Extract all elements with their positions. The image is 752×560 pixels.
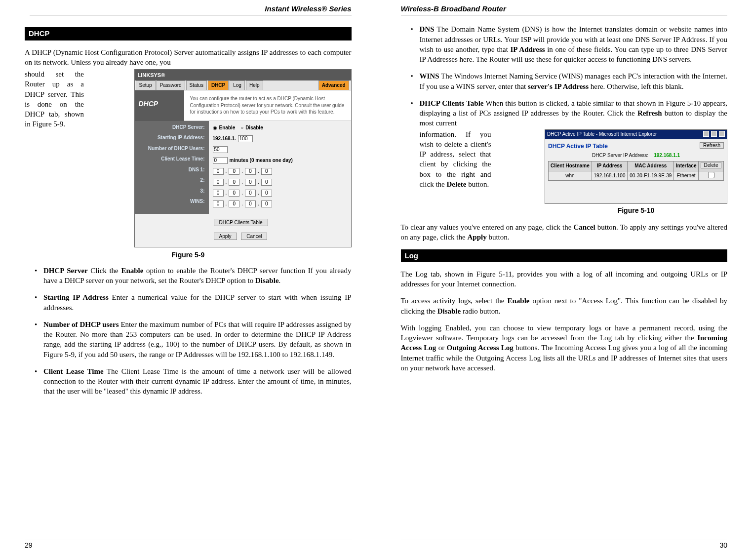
window-controls xyxy=(703,131,725,139)
dns2-d[interactable] xyxy=(261,179,272,186)
label-server: DHCP Server: xyxy=(139,124,205,131)
tab-help[interactable]: Help xyxy=(246,80,263,90)
router-tabs: Setup Password Status DHCP Log Help Adva… xyxy=(135,80,351,90)
dns2-c[interactable] xyxy=(245,179,256,186)
label-start: Starting IP Address: xyxy=(139,134,205,141)
bullet-dhcp-clients: DHCP Clients Table When this button is c… xyxy=(411,98,728,215)
router-desc: You can configure the router to act as a… xyxy=(184,90,351,121)
refresh-button[interactable]: Refresh xyxy=(700,142,724,149)
section-bar-log: Log xyxy=(401,249,728,262)
apply-button[interactable]: Apply xyxy=(214,233,237,240)
row-dns1: . . . xyxy=(213,167,347,175)
dhcp-clients-wrap: information. If you wish to delete a cli… xyxy=(420,129,491,190)
label-lease: Client Lease Time: xyxy=(139,156,205,162)
dns2-a[interactable] xyxy=(213,179,224,186)
row-select-checkbox[interactable] xyxy=(708,172,714,178)
radio-disable-label: Disable xyxy=(245,124,263,131)
tab-setup[interactable]: Setup xyxy=(136,80,156,90)
label-dns2: 2: xyxy=(139,177,205,184)
router-form: DHCP Server: Starting IP Address: Number… xyxy=(135,121,351,214)
radio-disable-icon[interactable]: ○ xyxy=(240,124,243,131)
wins-b[interactable] xyxy=(229,200,239,207)
bullet-dhcp-server: DHCP Server Click the Enable option to e… xyxy=(35,266,352,286)
col-ip: IP Address xyxy=(592,161,627,171)
row-dns2: . . . xyxy=(213,178,347,186)
bullet-lease-time: Client Lease Time The Client Lease Time … xyxy=(35,366,352,397)
label-wins: WINS: xyxy=(139,198,205,205)
dns3-b[interactable] xyxy=(229,190,239,197)
minimize-icon[interactable] xyxy=(703,131,709,137)
log-p1: The Log tab, shown in Figure 5-11, provi… xyxy=(401,269,728,289)
fig510-titlebar: DHCP Active IP Table - Microsoft Interne… xyxy=(545,130,727,140)
close-icon[interactable] xyxy=(719,131,725,137)
col-delete: Delete xyxy=(699,161,724,171)
delete-button[interactable]: Delete xyxy=(701,162,722,168)
dns1-b[interactable] xyxy=(229,168,239,175)
label-dns3: 3: xyxy=(139,188,205,195)
wins-d[interactable] xyxy=(261,200,272,207)
fig510-window-title: DHCP Active IP Table - Microsoft Interne… xyxy=(547,131,657,139)
dhcp-intro: A DHCP (Dynamic Host Configuration Proto… xyxy=(25,47,352,68)
cell-checkbox xyxy=(699,171,724,181)
lease-hint: minutes (0 means one day) xyxy=(230,157,293,164)
dns2-b[interactable] xyxy=(229,179,239,186)
row-dns3: . . . xyxy=(213,189,347,197)
start-prefix: 192.168.1. xyxy=(213,135,236,142)
section-bar-dhcp: DHCP xyxy=(25,27,352,40)
row-num xyxy=(213,146,347,154)
dns1-a[interactable] xyxy=(213,168,224,175)
start-input[interactable] xyxy=(238,135,253,142)
radio-enable-icon[interactable]: ◉ xyxy=(213,124,217,131)
left-bullets: DHCP Server Click the Enable option to e… xyxy=(25,266,352,397)
figure-5-10: DHCP Active IP Table - Microsoft Interne… xyxy=(545,129,727,204)
row-lease: minutes (0 means one day) xyxy=(213,157,347,164)
router-ui: LINKSYS® Setup Password Status DHCP Log … xyxy=(135,70,351,247)
page-number-right: 30 xyxy=(401,539,728,550)
table-row: whn 192.168.1.100 00-30-F1-19-9E-39 Ethe… xyxy=(549,171,724,181)
wins-c[interactable] xyxy=(245,200,256,207)
cancel-button[interactable]: Cancel xyxy=(241,233,267,240)
fig510-table: Client Hostname IP Address MAC Address I… xyxy=(548,161,724,181)
wrap-block-510: DHCP Active IP Table - Microsoft Interne… xyxy=(420,129,728,216)
cell-mac: 00-30-F1-19-9E-39 xyxy=(628,171,674,181)
cell-iface: Ethernet xyxy=(674,171,699,181)
tab-password[interactable]: Password xyxy=(157,80,185,90)
cell-ip: 192.168.1.100 xyxy=(592,171,627,181)
tab-status[interactable]: Status xyxy=(186,80,207,90)
router-body: DHCP You can configure the router to act… xyxy=(135,90,351,121)
router-brand: LINKSYS® xyxy=(135,70,351,80)
lease-input[interactable] xyxy=(213,157,228,164)
col-iface: Interface xyxy=(674,161,699,171)
caption-5-9: Figure 5-9 xyxy=(25,250,352,260)
tab-dhcp[interactable]: DHCP xyxy=(208,80,229,90)
dns3-c[interactable] xyxy=(245,190,256,197)
dns3-d[interactable] xyxy=(261,190,272,197)
radio-enable-label: Enable xyxy=(219,124,236,131)
maximize-icon[interactable] xyxy=(711,131,717,137)
page-header-left: Instant Wireless® Series xyxy=(30,4,352,15)
dns1-c[interactable] xyxy=(245,168,256,175)
tab-advanced[interactable]: Advanced xyxy=(318,80,349,90)
page-left: Instant Wireless® Series DHCP A DHCP (Dy… xyxy=(0,0,376,560)
dns1-d[interactable] xyxy=(261,168,272,175)
bullet-wins: WINS The Windows Internet Naming Service… xyxy=(411,71,728,91)
bullet-num-users: Number of DHCP users Enter the maximum n… xyxy=(35,320,352,360)
fig510-server-label: DHCP Server IP Address: xyxy=(592,153,648,158)
dhcp-clients-button[interactable]: DHCP Clients Table xyxy=(214,219,268,226)
router-buttons: DHCP Clients Table Apply Cancel xyxy=(135,214,351,247)
fig510-title: DHCP Active IP Table xyxy=(548,142,724,150)
row-server: ◉ Enable ○ Disable xyxy=(213,124,347,132)
dns3-a[interactable] xyxy=(213,190,224,197)
bullet-starting-ip: Starting IP Address Enter a numerical va… xyxy=(35,292,352,313)
wins-a[interactable] xyxy=(213,200,224,207)
label-dns1: DNS 1: xyxy=(139,166,205,173)
caption-5-10: Figure 5-10 xyxy=(545,206,727,215)
content-left: DHCP A DHCP (Dynamic Host Configuration … xyxy=(25,24,352,539)
right-bullets-top: DNS The Domain Name System (DNS) is how … xyxy=(401,24,728,215)
tab-log[interactable]: Log xyxy=(230,80,245,90)
page-header-right: Wireless-B Broadband Router xyxy=(401,4,728,15)
content-right: DNS The Domain Name System (DNS) is how … xyxy=(401,24,728,539)
num-input[interactable] xyxy=(213,146,228,153)
wrap-block-59: LINKSYS® Setup Password Status DHCP Log … xyxy=(25,69,352,247)
row-wins: . . . xyxy=(213,200,347,208)
